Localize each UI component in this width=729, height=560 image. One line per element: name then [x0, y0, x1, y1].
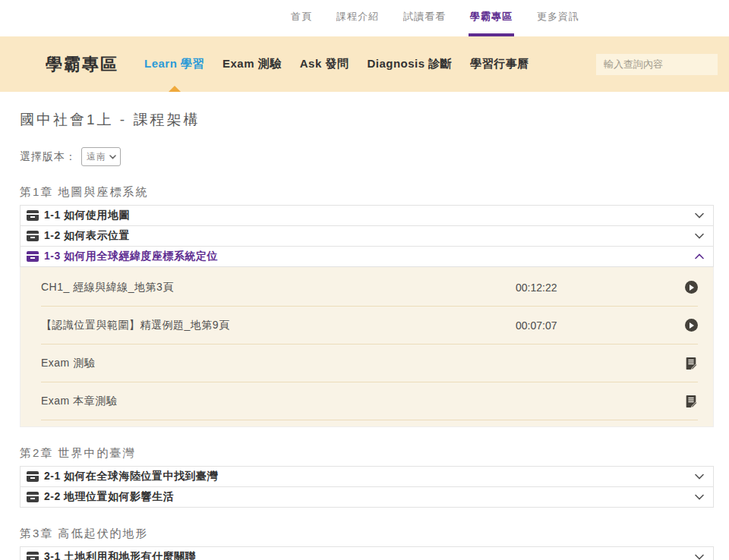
chapter-1-lessons: 1-1 如何使用地圖 1-2 如何表示位置 1-3 如何用全球經緯度座標系統定位…: [20, 205, 714, 427]
video-item-row[interactable]: 【認識位置與範圍】精選例題_地第9頁 00:07:07: [41, 307, 698, 344]
chapter-3-title: 第3章 高低起伏的地形: [20, 527, 714, 541]
tab-ask[interactable]: Ask 發問: [300, 36, 349, 92]
page-title: 國中社會1上 - 課程架構: [20, 110, 714, 130]
chapter-3-lessons: 3-1 土地利用和地形有什麼關聯 3-2 地形為什麼是現在這個樣子: [20, 546, 714, 560]
lesson-row-1-3[interactable]: 1-3 如何用全球經緯度座標系統定位: [20, 246, 714, 267]
chapter-1-title: 第1章 地圖與座標系統: [20, 185, 714, 200]
topnav-item-trial[interactable]: 試讀看看: [402, 0, 447, 36]
lesson-label: 1-1 如何使用地圖: [44, 209, 130, 222]
play-icon[interactable]: [685, 281, 698, 294]
exam-note-icon[interactable]: [681, 357, 698, 370]
video-duration: 00:07:07: [516, 319, 681, 332]
search-box: [596, 54, 718, 75]
chevron-down-icon: [695, 212, 704, 219]
chevron-up-icon: [695, 253, 704, 260]
topnav-item-master-zone[interactable]: 學霸專區: [469, 0, 514, 36]
exam-note-icon[interactable]: [681, 395, 698, 408]
section-banner: 學霸專區 Learn 學習 Exam 測驗 Ask 發問 Diagnosis 診…: [0, 36, 729, 92]
play-icon[interactable]: [685, 319, 698, 332]
tab-learn-label: Learn 學習: [144, 57, 204, 71]
version-label: 選擇版本：: [20, 150, 77, 164]
lesson-label: 3-1 土地利用和地形有什麼關聯: [44, 550, 196, 560]
topnav-item-more-info[interactable]: 更多資訊: [535, 0, 581, 36]
lesson-label: 1-3 如何用全球經緯度座標系統定位: [44, 250, 218, 263]
chapter-box-icon: [27, 251, 39, 262]
lesson-row-3-1[interactable]: 3-1 土地利用和地形有什麼關聯: [20, 546, 714, 560]
active-tab-pointer-icon: [169, 86, 181, 92]
tab-calendar[interactable]: 學習行事曆: [470, 36, 529, 92]
lesson-label: 2-1 如何在全球海陸位置中找到臺灣: [44, 470, 218, 483]
banner-tabs: Learn 學習 Exam 測驗 Ask 發問 Diagnosis 診斷 學習行…: [144, 36, 529, 92]
top-nav: 首頁 課程介紹 試讀看看 學霸專區 更多資訊: [71, 0, 729, 36]
topnav-item-home[interactable]: 首頁: [289, 0, 314, 36]
video-duration: 00:12:22: [516, 282, 681, 294]
chapter-box-icon: [27, 552, 39, 560]
chevron-down-icon: [695, 473, 704, 480]
exam-title: Exam 測驗: [41, 357, 516, 370]
chapter-box-icon: [27, 492, 39, 502]
chapter-2-title: 第2章 世界中的臺灣: [20, 446, 714, 461]
chapter-box-icon: [27, 231, 39, 241]
lesson-row-1-2[interactable]: 1-2 如何表示位置: [20, 225, 714, 247]
topnav-item-course-intro[interactable]: 課程介紹: [335, 0, 380, 36]
lesson-label: 2-2 地理位置如何影響生活: [44, 490, 174, 504]
tab-learn[interactable]: Learn 學習: [144, 36, 204, 92]
version-select-value: 遠南: [87, 150, 106, 163]
chapter-box-icon: [27, 471, 39, 482]
tab-exam[interactable]: Exam 測驗: [222, 36, 282, 92]
section-title: 學霸專區: [46, 53, 118, 76]
lesson-row-2-2[interactable]: 2-2 地理位置如何影響生活: [20, 486, 714, 508]
tab-diagnosis[interactable]: Diagnosis 診斷: [367, 36, 452, 92]
video-title: 【認識位置與範圍】精選例題_地第9頁: [41, 319, 516, 332]
main-content: 國中社會1上 - 課程架構 選擇版本： 遠南 第1章 地圖與座標系統 1-1 如…: [0, 92, 729, 560]
chevron-down-icon: [109, 155, 116, 159]
lesson-1-3-expanded-panel: CH1_ 經線與緯線_地第3頁 00:12:22 【認識位置與範圍】精選例題_地…: [20, 267, 714, 427]
video-title: CH1_ 經線與緯線_地第3頁: [41, 281, 516, 294]
version-selector-row: 選擇版本： 遠南: [20, 147, 714, 166]
lesson-row-2-1[interactable]: 2-1 如何在全球海陸位置中找到臺灣: [20, 466, 714, 487]
chapter-box-icon: [27, 210, 39, 221]
exam-item-row[interactable]: Exam 本章測驗: [41, 382, 698, 420]
chapter-2-lessons: 2-1 如何在全球海陸位置中找到臺灣 2-2 地理位置如何影響生活: [20, 466, 714, 508]
search-input[interactable]: [596, 54, 718, 75]
lesson-row-1-1[interactable]: 1-1 如何使用地圖: [20, 205, 714, 226]
chevron-down-icon: [695, 554, 704, 560]
exam-item-row[interactable]: Exam 測驗: [41, 344, 698, 382]
video-item-row[interactable]: CH1_ 經線與緯線_地第3頁 00:12:22: [41, 269, 698, 307]
exam-title: Exam 本章測驗: [41, 395, 516, 408]
chevron-down-icon: [695, 494, 704, 500]
chevron-down-icon: [695, 233, 704, 239]
lesson-label: 1-2 如何表示位置: [44, 229, 130, 243]
version-select[interactable]: 遠南: [81, 147, 121, 166]
